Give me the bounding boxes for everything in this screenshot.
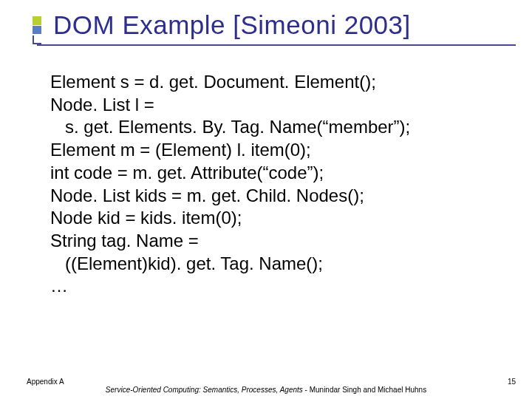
accent-square-blue [33, 26, 41, 35]
code-line: Element m = (Element) l. item(0); [50, 139, 517, 162]
footer-center-tail: - Munindar Singh and Michael Huhns [303, 386, 426, 394]
footer-center-italic: Service-Oriented Computing: Semantics, P… [106, 386, 303, 394]
code-body: Element s = d. get. Document. Element();… [50, 71, 517, 298]
code-line: s. get. Elements. By. Tag. Name(“member”… [50, 116, 517, 139]
code-line: … [50, 275, 517, 298]
code-line: Node. List kids = m. get. Child. Nodes()… [50, 185, 517, 208]
code-line: int code = m. get. Attribute(“code”); [50, 162, 517, 185]
accent-square-green [33, 16, 41, 25]
footer-center: Service-Oriented Computing: Semantics, P… [0, 386, 532, 394]
footer-left: Appendix A [27, 378, 64, 386]
code-line: ((Element)kid). get. Tag. Name(); [50, 253, 517, 276]
slide-title: DOM Example [Simeoni 2003] [53, 10, 517, 40]
code-line: Node kid = kids. item(0); [50, 207, 517, 230]
accent-tick [33, 35, 41, 44]
title-accent [33, 16, 41, 44]
footer-page-number: 15 [508, 378, 516, 386]
slide: DOM Example [Simeoni 2003] Element s = d… [0, 0, 532, 399]
code-line: Node. List l = [50, 94, 517, 117]
code-line: Element s = d. get. Document. Element(); [50, 71, 517, 94]
code-line: String tag. Name = [50, 230, 517, 253]
title-rule [37, 44, 516, 46]
